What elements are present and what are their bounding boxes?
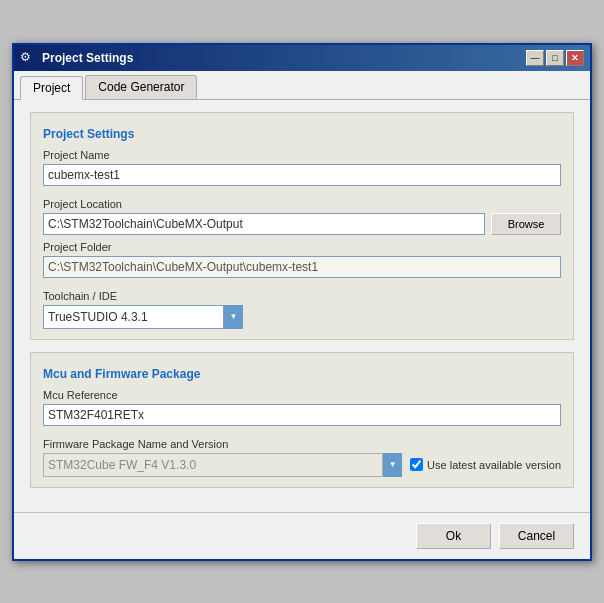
ok-button[interactable]: Ok [416,523,491,549]
bottom-bar: Ok Cancel [14,512,590,559]
toolchain-select[interactable]: TrueSTUDIO 4.3.1 [43,305,243,329]
mcu-section: Mcu and Firmware Package Mcu Reference F… [30,352,574,488]
use-latest-checkbox[interactable] [410,458,423,471]
toolchain-label: Toolchain / IDE [43,290,561,302]
firmware-select-wrapper: STM32Cube FW_F4 V1.3.0 ▼ [43,453,402,477]
toolchain-select-wrapper: TrueSTUDIO 4.3.1 ▼ [43,305,243,329]
title-bar: ⚙ Project Settings — □ ✕ [14,45,590,71]
project-name-input[interactable] [43,164,561,186]
tab-code-generator[interactable]: Code Generator [85,75,197,99]
browse-button[interactable]: Browse [491,213,561,235]
project-location-input[interactable] [43,213,485,235]
project-settings-window: ⚙ Project Settings — □ ✕ Project Code Ge… [12,43,592,561]
window-title: Project Settings [42,51,133,65]
mcu-ref-label: Mcu Reference [43,389,561,401]
window-icon: ⚙ [20,50,36,66]
use-latest-label: Use latest available version [427,459,561,471]
project-name-label: Project Name [43,149,561,161]
project-settings-section: Project Settings Project Name Project Lo… [30,112,574,340]
project-location-label: Project Location [43,198,561,210]
project-folder-input [43,256,561,278]
tab-project[interactable]: Project [20,76,83,100]
mcu-ref-input[interactable] [43,404,561,426]
tab-bar: Project Code Generator [14,71,590,100]
firmware-select[interactable]: STM32Cube FW_F4 V1.3.0 [43,453,402,477]
maximize-button[interactable]: □ [546,50,564,66]
cancel-button[interactable]: Cancel [499,523,574,549]
close-button[interactable]: ✕ [566,50,584,66]
project-folder-label: Project Folder [43,241,561,253]
main-content: Project Settings Project Name Project Lo… [14,100,590,512]
minimize-button[interactable]: — [526,50,544,66]
project-section-title: Project Settings [43,127,561,141]
mcu-section-title: Mcu and Firmware Package [43,367,561,381]
firmware-label: Firmware Package Name and Version [43,438,561,450]
